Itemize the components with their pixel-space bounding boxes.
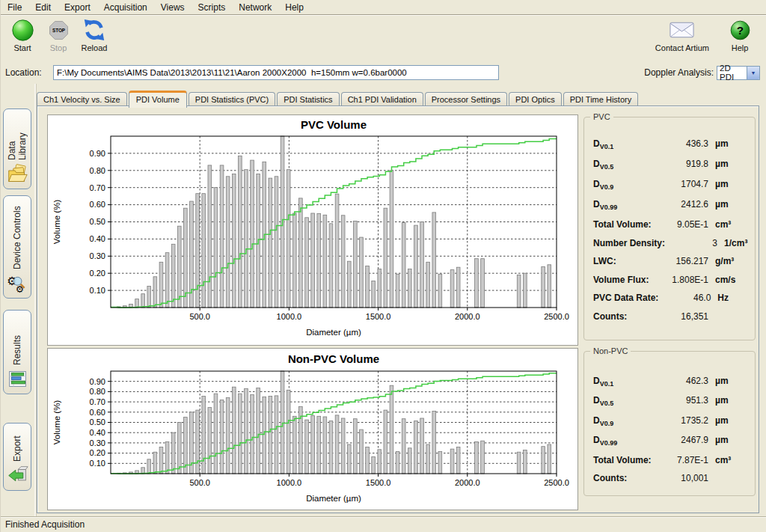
tab-pdi-time-history[interactable]: PDI Time History <box>563 92 639 106</box>
stat-unit: 1/cm³ <box>724 238 751 248</box>
help-button[interactable]: ? Help <box>724 17 756 52</box>
svg-text:0.90: 0.90 <box>90 377 105 386</box>
statusbar: Finished Acquisition <box>1 516 766 532</box>
stat-label: DV0.9 <box>593 179 613 191</box>
stat-label: Volume Flux: <box>593 275 649 285</box>
gears-icon: ⚙⚙ <box>7 272 28 294</box>
stat-value: 16,351 <box>656 311 708 322</box>
status-text: Finished Acquisition <box>5 519 85 530</box>
svg-text:Diameter (µm): Diameter (µm) <box>306 494 361 503</box>
stat-label: DV0.99 <box>593 435 617 447</box>
stat-label: DV0.5 <box>593 159 613 171</box>
stat-row: Counts:10,001 <box>593 473 751 483</box>
app-window: FileEditExportAcquisitionViewsScriptsNet… <box>0 0 766 532</box>
menu-item-network[interactable]: Network <box>232 1 278 14</box>
svg-text:2000.0: 2000.0 <box>455 478 480 487</box>
menu-item-export[interactable]: Export <box>58 1 97 14</box>
pvc-volume-chart-panel: 0.100.200.300.400.500.600.700.800.90500.… <box>47 114 578 346</box>
stat-value: 156.217 <box>656 256 708 266</box>
stat-row: DV0.91735.2µm <box>593 415 751 427</box>
tab-pdi-optics[interactable]: PDI Optics <box>509 92 562 106</box>
tab-pdi-volume[interactable]: PDI Volume <box>129 91 187 108</box>
toolbar-right-group: Contact Artium ? Help <box>655 17 766 52</box>
svg-text:2500.0: 2500.0 <box>544 478 569 487</box>
stat-row: LWC:156.217g/m³ <box>593 256 751 266</box>
svg-text:0.20: 0.20 <box>90 269 105 278</box>
help-label: Help <box>732 43 749 52</box>
svg-text:1000.0: 1000.0 <box>277 478 302 487</box>
svg-text:500.0: 500.0 <box>189 312 210 321</box>
svg-text:0.70: 0.70 <box>90 397 105 406</box>
tab-pdi-statistics[interactable]: PDI Statistics <box>277 92 339 106</box>
tab-ch1-pdi-validation[interactable]: Ch1 PDI Validation <box>341 92 423 106</box>
svg-text:Diameter (µm): Diameter (µm) <box>306 328 361 337</box>
folders-icon <box>7 163 28 185</box>
stat-label: PVC Data Rate: <box>593 293 658 303</box>
doppler-analysis-select[interactable]: 2D PDI ▼ <box>717 66 760 80</box>
stat-value: 951.3 <box>656 395 708 406</box>
stat-unit: µm <box>715 395 751 406</box>
start-icon <box>11 17 34 43</box>
location-input[interactable] <box>53 65 499 80</box>
stat-label: Counts: <box>593 311 627 322</box>
svg-text:Non-PVC Volume: Non-PVC Volume <box>288 352 379 365</box>
stat-value: 9.05E-1 <box>656 219 708 230</box>
stat-unit: g/m³ <box>715 256 751 266</box>
stat-value: 2467.9 <box>656 435 708 445</box>
svg-text:0.50: 0.50 <box>90 217 105 226</box>
stat-unit: µm <box>715 199 751 210</box>
reload-icon <box>82 17 106 43</box>
stat-value: 462.3 <box>656 376 708 386</box>
svg-text:0.70: 0.70 <box>90 183 105 192</box>
sidebar-item-device-controls[interactable]: Device Controls⚙⚙ <box>3 195 31 299</box>
pvc-volume-chart: 0.100.200.300.400.500.600.700.800.90500.… <box>48 115 576 343</box>
tab-processor-settings[interactable]: Processor Settings <box>425 92 507 106</box>
menu-item-scripts[interactable]: Scripts <box>192 1 233 14</box>
stat-value: 1704.7 <box>656 179 708 189</box>
svg-text:0.80: 0.80 <box>90 166 105 175</box>
reload-button[interactable]: Reload <box>79 17 110 52</box>
stat-label: Number Density: <box>593 238 665 248</box>
sidebar-item-label: Data Library <box>7 114 28 160</box>
svg-text:2000.0: 2000.0 <box>455 312 480 321</box>
svg-text:1000.0: 1000.0 <box>277 312 302 321</box>
stat-unit: µm <box>715 159 751 169</box>
svg-text:Volume (%): Volume (%) <box>52 400 61 445</box>
menu-item-edit[interactable]: Edit <box>28 1 58 14</box>
stat-label: DV0.5 <box>593 395 613 407</box>
nonpvc-groupbox-title: Non-PVC <box>590 346 631 355</box>
tab-pdi-statistics-pvc[interactable]: PDI Statistics (PVC) <box>189 92 275 106</box>
stat-value: 10,001 <box>656 473 708 483</box>
sidebar-item-label: Results <box>12 315 22 365</box>
tabstrip: Ch1 Velocity vs. SizePDI VolumePDI Stati… <box>37 89 640 106</box>
tab-ch1-velocity-vs-size[interactable]: Ch1 Velocity vs. Size <box>37 92 127 106</box>
stat-row: DV0.1436.3µm <box>593 138 751 150</box>
start-button[interactable]: Start <box>7 17 38 52</box>
svg-text:0.10: 0.10 <box>90 286 105 295</box>
sidebar-item-export[interactable]: Export <box>3 423 31 491</box>
stat-row: Total Volume:9.05E-1cm³ <box>593 219 751 230</box>
contact-artium-label: Contact Artium <box>655 43 709 52</box>
sidebar: Data LibraryDevice Controls⚙⚙ResultsExpo… <box>1 84 37 516</box>
stop-button[interactable]: STOP Stop <box>43 17 74 52</box>
doppler-analysis-label: Doppler Analysis: <box>644 67 714 78</box>
menu-item-views[interactable]: Views <box>154 1 192 14</box>
sidebar-item-data-library[interactable]: Data Library <box>3 108 31 189</box>
sidebar-item-results[interactable]: Results <box>3 310 31 394</box>
stat-label: DV0.99 <box>593 199 617 211</box>
doppler-analysis-value: 2D PDI <box>717 64 747 82</box>
stat-row: DV0.5919.8µm <box>593 159 751 171</box>
pvc-stats-groupbox: PVC DV0.1436.3µmDV0.5919.8µmDV0.91704.7µ… <box>583 117 756 340</box>
menu-item-file[interactable]: File <box>1 1 28 14</box>
stat-row: Volume Flux:1.808E-1cm/s <box>593 275 751 285</box>
menu-item-help[interactable]: Help <box>278 1 310 14</box>
contact-artium-button[interactable]: Contact Artium <box>655 17 709 52</box>
stat-row: Total Volume:7.87E-1cm³ <box>593 455 751 465</box>
svg-text:Volume (%): Volume (%) <box>52 200 61 245</box>
stat-unit: cm³ <box>715 219 751 230</box>
stat-label: Counts: <box>593 473 627 483</box>
menu-item-acquisition[interactable]: Acquisition <box>97 1 154 14</box>
stat-value: 1735.2 <box>656 415 708 426</box>
start-label: Start <box>13 43 31 52</box>
chart-icon <box>7 368 28 390</box>
